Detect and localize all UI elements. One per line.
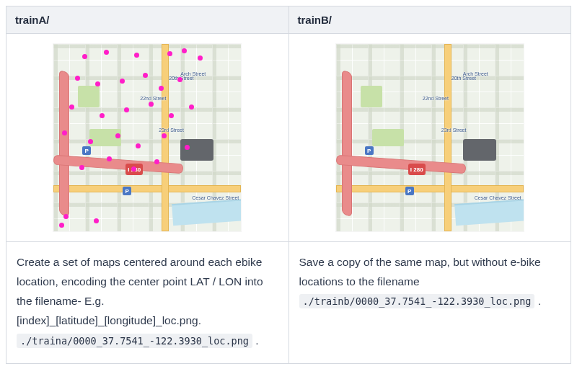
comparison-table: trainA/ trainB/ I 280 P P 22nd Street	[6, 6, 571, 364]
street-label: Arch Street	[180, 71, 206, 76]
cell-map-a: I 280 P P 22nd Street 20th Street 23rd S…	[6, 34, 289, 242]
street-label: 22nd Street	[423, 96, 449, 101]
cell-map-b: I 280 P P 22nd Street 20th Street 23rd S…	[288, 34, 571, 242]
street-label: Cesar Chavez Street	[192, 195, 239, 200]
desc-traina: Create a set of maps centered around eac…	[6, 242, 289, 364]
street-label: 23rd Street	[441, 128, 467, 133]
parking-icon: P	[82, 146, 91, 155]
parking-icon: P	[405, 187, 414, 195]
filepath-code: ./trainb/0000_37.7541_-122.3930_loc.png	[299, 294, 535, 308]
street-label: 23rd Street	[159, 128, 184, 133]
desc-trainb: Save a copy of the same map, but without…	[288, 242, 571, 364]
map-without-ebikes: I 280 P P 22nd Street 20th Street 23rd S…	[336, 44, 524, 231]
parking-icon: P	[123, 187, 131, 195]
street-label: 20th Street	[452, 76, 476, 81]
hwy-shield-icon: I 280	[408, 164, 426, 175]
street-label: Arch Street	[463, 71, 488, 76]
header-trainb: trainB/	[288, 6, 571, 34]
desc-text: Create a set of maps centered around eac…	[17, 256, 263, 326]
filepath-code: ./traina/0000_37.7541_-122.3930_loc.png	[17, 334, 252, 348]
parking-icon: P	[365, 146, 374, 155]
map-with-ebikes: I 280 P P 22nd Street 20th Street 23rd S…	[53, 44, 241, 231]
street-label: 22nd Street	[140, 96, 166, 101]
header-traina: trainA/	[6, 6, 289, 34]
street-label: Cesar Chavez Street	[475, 195, 521, 200]
desc-text: Save a copy of the same map, but without…	[299, 256, 541, 288]
